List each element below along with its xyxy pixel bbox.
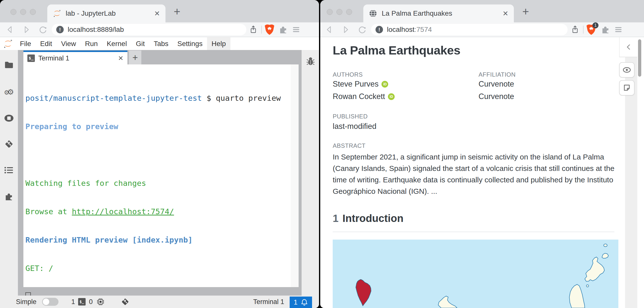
tab-close-icon[interactable]: ✕: [503, 10, 508, 18]
minimize-window-button[interactable]: [20, 9, 26, 15]
menu-view[interactable]: View: [56, 37, 80, 50]
terminal-panel[interactable]: posit/manuscript-template-jupyter-test $…: [24, 64, 298, 287]
author-row: Steve Purves iD: [333, 80, 388, 88]
preview-url-link[interactable]: http://localhost:7574/: [72, 207, 174, 216]
menu-settings[interactable]: Settings: [173, 37, 207, 50]
terminal-output: posit/manuscript-template-jupyter-test $…: [26, 74, 281, 308]
property-inspector-gears-icon[interactable]: ⚙⚙: [4, 87, 14, 97]
menu-tabs[interactable]: Tabs: [149, 37, 173, 50]
zoom-window-button[interactable]: [346, 9, 352, 15]
site-info-icon[interactable]: !: [56, 26, 64, 33]
terminal-status-icon[interactable]: $_: [78, 298, 86, 306]
collapse-panel-button[interactable]: [619, 37, 637, 57]
minimize-window-button[interactable]: [336, 9, 342, 15]
tab-title: La Palma Earthquakes: [382, 10, 452, 18]
new-tab-button[interactable]: +: [174, 6, 180, 16]
back-button[interactable]: [4, 24, 16, 35]
running-sessions-icon[interactable]: [4, 113, 14, 123]
page-scrollbar-thumb[interactable]: [638, 39, 641, 77]
section-divider: [333, 232, 614, 232]
close-window-button[interactable]: [327, 9, 333, 15]
window-titlebar[interactable]: La Palma Earthquakes ✕ +: [320, 0, 644, 22]
article-page: La Palma Earthquakes AUTHORS Steve Purve…: [320, 37, 644, 308]
share-icon[interactable]: [570, 24, 580, 35]
git-status-icon[interactable]: [121, 297, 130, 306]
brave-shields-icon[interactable]: [264, 24, 275, 35]
new-launcher-button[interactable]: +: [129, 50, 141, 64]
terminal-line: Preparing to preview: [26, 122, 281, 131]
affiliation-value: Curvenote: [478, 92, 514, 101]
menu-help[interactable]: Help: [207, 37, 230, 50]
right-activity-bar: [302, 50, 319, 296]
notes-button[interactable]: [619, 80, 634, 96]
menu-edit[interactable]: Edit: [36, 37, 56, 50]
terminal-line: Browse at http://localhost:7574/: [26, 207, 281, 216]
affiliation-label: AFFILIATION: [478, 71, 516, 78]
git-sidebar-icon[interactable]: [4, 139, 14, 149]
terminal-tab-label: Terminal 1: [38, 54, 70, 62]
globe-favicon: [369, 9, 377, 18]
menu-git[interactable]: Git: [132, 37, 149, 50]
debugger-bug-icon[interactable]: [306, 57, 315, 66]
terminal-scrollbar[interactable]: [291, 64, 298, 287]
new-tab-button[interactable]: +: [522, 6, 529, 16]
kernel-chip-icon[interactable]: [96, 298, 105, 306]
toolbar-divider: [261, 26, 262, 34]
table-of-contents-icon[interactable]: [4, 165, 14, 175]
forward-button[interactable]: [21, 24, 32, 35]
tab-title: lab - JupyterLab: [66, 10, 116, 18]
published-label: PUBLISHED: [333, 113, 368, 120]
file-browser-icon[interactable]: [4, 60, 14, 70]
preview-eye-button[interactable]: [619, 62, 634, 78]
orcid-icon[interactable]: iD: [388, 93, 395, 100]
terminal-line: posit/manuscript-template-jupyter-test $…: [26, 93, 281, 103]
simple-mode-label: Simple: [16, 298, 36, 306]
forward-button[interactable]: [340, 24, 351, 35]
browser-tab[interactable]: lab - JupyterLab ✕: [47, 4, 166, 22]
extensions-puzzle-icon[interactable]: [278, 24, 289, 35]
islet-lobos: [586, 285, 589, 287]
window-titlebar[interactable]: lab - JupyterLab ✕ +: [0, 0, 319, 22]
simple-mode-toggle[interactable]: [42, 298, 58, 306]
note-icon: [623, 84, 630, 92]
author-row: Rowan Cockett iD: [333, 92, 395, 101]
terminal-line: Watching files for changes: [26, 178, 281, 188]
orcid-icon[interactable]: iD: [382, 81, 388, 88]
browser-window-jupyterlab: lab - JupyterLab ✕ + ! localhost:8889/la…: [0, 0, 319, 308]
shields-count-badge: 1: [592, 22, 598, 28]
jupyter-logo: [3, 39, 13, 49]
menu-run[interactable]: Run: [80, 37, 102, 50]
menu-hamburger-icon[interactable]: [613, 24, 624, 35]
url-bar[interactable]: ! localhost:8889/lab: [52, 24, 246, 35]
author-name: Rowan Cockett: [333, 92, 385, 101]
author-name: Steve Purves: [333, 80, 378, 88]
url-bar[interactable]: ! localhost:7574: [371, 24, 568, 35]
zoom-window-button[interactable]: [30, 9, 36, 15]
terminal-tab-close-icon[interactable]: ✕: [118, 54, 124, 62]
browser-tab[interactable]: La Palma Earthquakes ✕: [363, 4, 514, 22]
terminal-tab-icon: $_: [27, 54, 35, 62]
url-text[interactable]: localhost:8889/lab: [68, 26, 124, 34]
brave-shields-icon[interactable]: 1: [586, 24, 596, 35]
terminal-line: Rendering HTML preview [index.ipynb]: [26, 235, 281, 244]
back-button[interactable]: [324, 24, 335, 35]
terminal-dock-tab[interactable]: $_ Terminal 1 ✕: [24, 50, 128, 64]
reload-button[interactable]: [356, 24, 368, 35]
extension-manager-puzzle-icon[interactable]: [4, 192, 14, 202]
menu-hamburger-icon[interactable]: [291, 24, 302, 35]
extensions-puzzle-icon[interactable]: [600, 24, 611, 35]
site-info-icon[interactable]: !: [376, 26, 383, 33]
url-text[interactable]: localhost:7574: [387, 26, 432, 34]
article-title: La Palma Earthquakes: [333, 43, 460, 57]
menu-kernel[interactable]: Kernel: [102, 37, 132, 50]
menu-file[interactable]: File: [16, 37, 36, 50]
toolbar-divider: [583, 26, 584, 34]
close-window-button[interactable]: [10, 9, 16, 15]
tab-close-icon[interactable]: ✕: [154, 10, 160, 18]
reload-button[interactable]: [37, 24, 48, 35]
traffic-lights: [327, 9, 352, 15]
notifications-badge[interactable]: 1: [290, 296, 312, 308]
browser-toolbar: ! localhost:7574 1: [320, 22, 644, 37]
section-heading: 1Introduction: [333, 212, 403, 224]
share-icon[interactable]: [248, 24, 259, 35]
